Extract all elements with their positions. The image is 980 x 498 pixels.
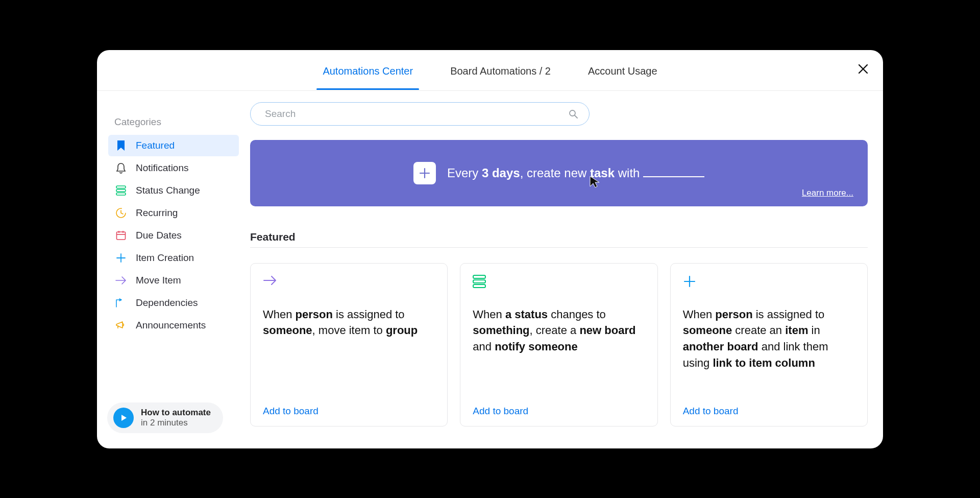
banner-text-segment: , create new <box>520 166 590 180</box>
t: , create a <box>530 324 580 337</box>
t: When <box>683 308 716 321</box>
t: create an <box>732 324 785 337</box>
add-to-board-link[interactable]: Add to board <box>683 406 855 417</box>
sidebar-item-notifications[interactable]: Notifications <box>108 157 239 179</box>
t: When <box>473 308 505 321</box>
tab-account-usage[interactable]: Account Usage <box>586 51 659 89</box>
add-to-board-link[interactable]: Add to board <box>263 406 435 417</box>
banner-text-segment: with <box>615 166 643 180</box>
card-text: When person is assigned to someone creat… <box>683 306 855 396</box>
svg-rect-4 <box>117 232 126 240</box>
calendar-icon <box>115 230 127 241</box>
sidebar-item-label: Dependencies <box>136 297 198 309</box>
tb: something <box>473 324 529 337</box>
tb: item <box>785 324 808 337</box>
tab-list: Automations Center Board Automations / 2… <box>321 51 659 89</box>
svg-rect-10 <box>473 275 485 278</box>
add-to-board-link[interactable]: Add to board <box>473 406 645 417</box>
sidebar-item-label: Notifications <box>136 162 189 174</box>
t: and <box>473 340 495 353</box>
tb: group <box>386 324 418 337</box>
sidebar: Categories Featured Notifications <box>97 91 250 448</box>
sidebar-item-label: Item Creation <box>136 252 194 264</box>
t: is assigned to <box>753 308 825 321</box>
automation-card[interactable]: When a status changes to something, crea… <box>460 263 657 426</box>
sidebar-item-item-creation[interactable]: Item Creation <box>108 247 239 269</box>
tab-automations-center[interactable]: Automations Center <box>321 51 415 89</box>
tb: notify someone <box>495 340 578 353</box>
t: in <box>808 324 820 337</box>
help-text: How to automate in 2 minutes <box>141 408 211 428</box>
card-text: When person is assigned to someone, move… <box>263 306 435 396</box>
search-icon <box>569 109 578 118</box>
banner-blank <box>643 176 704 177</box>
section-title: Featured <box>250 231 868 243</box>
banner-plus-icon <box>413 162 436 184</box>
automation-card[interactable]: When person is assigned to someone creat… <box>670 263 868 426</box>
close-button[interactable] <box>857 63 869 77</box>
search-input[interactable] <box>265 108 569 120</box>
help-line1: How to automate <box>141 408 211 418</box>
banner-text-bold: 3 days <box>482 166 520 180</box>
sidebar-item-featured[interactable]: Featured <box>108 135 239 156</box>
bell-icon <box>115 162 127 174</box>
tb: person <box>296 308 333 321</box>
content: Categories Featured Notifications <box>97 91 883 448</box>
divider <box>250 247 868 248</box>
status-icon <box>115 185 127 196</box>
learn-more-link[interactable]: Learn more... <box>802 188 853 198</box>
sidebar-item-label: Status Change <box>136 185 200 196</box>
plus-icon <box>683 275 696 288</box>
sidebar-item-announcements[interactable]: Announcements <box>108 315 239 336</box>
svg-point-8 <box>570 110 575 116</box>
arrow-right-icon <box>115 275 127 286</box>
help-line2: in 2 minutes <box>141 418 211 428</box>
tb: another board <box>683 340 758 353</box>
search-bar[interactable] <box>250 102 590 126</box>
clock-icon <box>115 207 127 219</box>
tab-board-automations[interactable]: Board Automations / 2 <box>448 51 553 89</box>
play-icon <box>113 408 134 428</box>
sidebar-item-label: Due Dates <box>136 230 182 241</box>
automations-dialog: Automations Center Board Automations / 2… <box>97 50 883 448</box>
sidebar-item-label: Announcements <box>136 320 206 331</box>
cards-row: When person is assigned to someone, move… <box>250 263 868 426</box>
tb: new board <box>579 324 635 337</box>
sidebar-item-label: Move Item <box>136 275 181 286</box>
t: is assigned to <box>333 308 405 321</box>
banner-text: Every 3 days, create new task with <box>447 166 704 180</box>
t: , move item to <box>312 324 386 337</box>
t: changes to <box>548 308 606 321</box>
svg-line-9 <box>575 115 577 118</box>
automation-card[interactable]: When person is assigned to someone, move… <box>250 263 448 426</box>
main: Every 3 days, create new task with Learn… <box>250 91 883 448</box>
sidebar-item-due-dates[interactable]: Due Dates <box>108 225 239 246</box>
topbar: Automations Center Board Automations / 2… <box>97 50 883 91</box>
tb: link to item column <box>713 357 815 369</box>
arrow-right-icon <box>263 275 276 288</box>
svg-rect-12 <box>473 284 485 288</box>
t: When <box>263 308 296 321</box>
cursor-icon <box>589 175 600 188</box>
tb: a status <box>505 308 548 321</box>
create-automation-banner[interactable]: Every 3 days, create new task with Learn… <box>250 140 868 206</box>
sidebar-item-recurring[interactable]: Recurring <box>108 202 239 224</box>
status-icon <box>473 275 486 288</box>
plus-icon <box>115 252 127 264</box>
svg-rect-0 <box>116 186 126 188</box>
sidebar-item-move-item[interactable]: Move Item <box>108 270 239 291</box>
sidebar-item-dependencies[interactable]: Dependencies <box>108 292 239 314</box>
dependency-icon <box>115 297 127 309</box>
sidebar-item-status-change[interactable]: Status Change <box>108 180 239 201</box>
sidebar-item-label: Recurring <box>136 207 178 219</box>
tb: someone <box>683 324 732 337</box>
categories-label: Categories <box>114 116 239 128</box>
close-icon <box>857 63 869 75</box>
svg-rect-2 <box>116 193 126 195</box>
svg-rect-11 <box>473 280 485 283</box>
svg-rect-1 <box>116 189 126 192</box>
sidebar-item-label: Featured <box>136 140 175 151</box>
tb: person <box>715 308 752 321</box>
how-to-automate-pill[interactable]: How to automate in 2 minutes <box>107 402 223 433</box>
megaphone-icon <box>115 320 127 331</box>
